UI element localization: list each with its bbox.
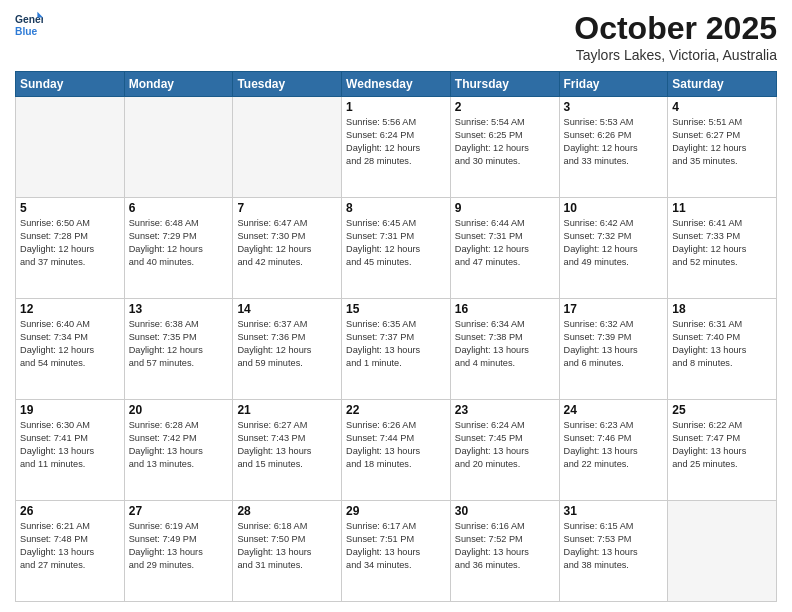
day-info: Sunrise: 6:41 AM Sunset: 7:33 PM Dayligh… [672,217,772,269]
table-row: 29Sunrise: 6:17 AM Sunset: 7:51 PM Dayli… [342,501,451,602]
table-row: 27Sunrise: 6:19 AM Sunset: 7:49 PM Dayli… [124,501,233,602]
table-row: 22Sunrise: 6:26 AM Sunset: 7:44 PM Dayli… [342,400,451,501]
day-number: 9 [455,201,555,215]
table-row: 17Sunrise: 6:32 AM Sunset: 7:39 PM Dayli… [559,299,668,400]
table-row: 4Sunrise: 5:51 AM Sunset: 6:27 PM Daylig… [668,97,777,198]
day-info: Sunrise: 6:16 AM Sunset: 7:52 PM Dayligh… [455,520,555,572]
header: General Blue October 2025 Taylors Lakes,… [15,10,777,63]
day-info: Sunrise: 6:38 AM Sunset: 7:35 PM Dayligh… [129,318,229,370]
day-info: Sunrise: 6:18 AM Sunset: 7:50 PM Dayligh… [237,520,337,572]
day-number: 2 [455,100,555,114]
day-info: Sunrise: 6:45 AM Sunset: 7:31 PM Dayligh… [346,217,446,269]
day-number: 22 [346,403,446,417]
day-info: Sunrise: 6:24 AM Sunset: 7:45 PM Dayligh… [455,419,555,471]
day-number: 20 [129,403,229,417]
location-title: Taylors Lakes, Victoria, Australia [574,47,777,63]
day-info: Sunrise: 6:17 AM Sunset: 7:51 PM Dayligh… [346,520,446,572]
day-info: Sunrise: 5:56 AM Sunset: 6:24 PM Dayligh… [346,116,446,168]
day-info: Sunrise: 6:42 AM Sunset: 7:32 PM Dayligh… [564,217,664,269]
table-row: 7Sunrise: 6:47 AM Sunset: 7:30 PM Daylig… [233,198,342,299]
day-number: 26 [20,504,120,518]
col-tuesday: Tuesday [233,72,342,97]
day-number: 8 [346,201,446,215]
table-row: 19Sunrise: 6:30 AM Sunset: 7:41 PM Dayli… [16,400,125,501]
table-row: 21Sunrise: 6:27 AM Sunset: 7:43 PM Dayli… [233,400,342,501]
table-row: 6Sunrise: 6:48 AM Sunset: 7:29 PM Daylig… [124,198,233,299]
day-number: 19 [20,403,120,417]
title-section: October 2025 Taylors Lakes, Victoria, Au… [574,10,777,63]
calendar-week-3: 12Sunrise: 6:40 AM Sunset: 7:34 PM Dayli… [16,299,777,400]
table-row: 9Sunrise: 6:44 AM Sunset: 7:31 PM Daylig… [450,198,559,299]
day-info: Sunrise: 6:37 AM Sunset: 7:36 PM Dayligh… [237,318,337,370]
table-row: 23Sunrise: 6:24 AM Sunset: 7:45 PM Dayli… [450,400,559,501]
day-info: Sunrise: 5:51 AM Sunset: 6:27 PM Dayligh… [672,116,772,168]
table-row: 1Sunrise: 5:56 AM Sunset: 6:24 PM Daylig… [342,97,451,198]
table-row: 18Sunrise: 6:31 AM Sunset: 7:40 PM Dayli… [668,299,777,400]
table-row: 5Sunrise: 6:50 AM Sunset: 7:28 PM Daylig… [16,198,125,299]
day-info: Sunrise: 6:21 AM Sunset: 7:48 PM Dayligh… [20,520,120,572]
logo-icon: General Blue [15,10,43,38]
day-info: Sunrise: 6:23 AM Sunset: 7:46 PM Dayligh… [564,419,664,471]
month-title: October 2025 [574,10,777,47]
calendar-table: Sunday Monday Tuesday Wednesday Thursday… [15,71,777,602]
day-number: 21 [237,403,337,417]
page: General Blue October 2025 Taylors Lakes,… [0,0,792,612]
table-row [233,97,342,198]
table-row: 11Sunrise: 6:41 AM Sunset: 7:33 PM Dayli… [668,198,777,299]
day-number: 27 [129,504,229,518]
day-number: 6 [129,201,229,215]
day-info: Sunrise: 6:44 AM Sunset: 7:31 PM Dayligh… [455,217,555,269]
svg-text:Blue: Blue [15,26,38,37]
day-number: 29 [346,504,446,518]
calendar-week-4: 19Sunrise: 6:30 AM Sunset: 7:41 PM Dayli… [16,400,777,501]
day-info: Sunrise: 6:31 AM Sunset: 7:40 PM Dayligh… [672,318,772,370]
day-number: 7 [237,201,337,215]
day-info: Sunrise: 5:54 AM Sunset: 6:25 PM Dayligh… [455,116,555,168]
day-info: Sunrise: 6:15 AM Sunset: 7:53 PM Dayligh… [564,520,664,572]
day-info: Sunrise: 5:53 AM Sunset: 6:26 PM Dayligh… [564,116,664,168]
day-number: 31 [564,504,664,518]
table-row: 31Sunrise: 6:15 AM Sunset: 7:53 PM Dayli… [559,501,668,602]
day-number: 16 [455,302,555,316]
day-info: Sunrise: 6:40 AM Sunset: 7:34 PM Dayligh… [20,318,120,370]
day-number: 25 [672,403,772,417]
table-row: 13Sunrise: 6:38 AM Sunset: 7:35 PM Dayli… [124,299,233,400]
day-number: 30 [455,504,555,518]
day-info: Sunrise: 6:26 AM Sunset: 7:44 PM Dayligh… [346,419,446,471]
day-info: Sunrise: 6:47 AM Sunset: 7:30 PM Dayligh… [237,217,337,269]
day-info: Sunrise: 6:22 AM Sunset: 7:47 PM Dayligh… [672,419,772,471]
day-info: Sunrise: 6:34 AM Sunset: 7:38 PM Dayligh… [455,318,555,370]
table-row: 3Sunrise: 5:53 AM Sunset: 6:26 PM Daylig… [559,97,668,198]
day-info: Sunrise: 6:48 AM Sunset: 7:29 PM Dayligh… [129,217,229,269]
day-number: 1 [346,100,446,114]
calendar-week-2: 5Sunrise: 6:50 AM Sunset: 7:28 PM Daylig… [16,198,777,299]
table-row [16,97,125,198]
day-number: 23 [455,403,555,417]
day-number: 10 [564,201,664,215]
calendar-header-row: Sunday Monday Tuesday Wednesday Thursday… [16,72,777,97]
day-number: 12 [20,302,120,316]
col-sunday: Sunday [16,72,125,97]
table-row: 20Sunrise: 6:28 AM Sunset: 7:42 PM Dayli… [124,400,233,501]
day-info: Sunrise: 6:28 AM Sunset: 7:42 PM Dayligh… [129,419,229,471]
table-row: 10Sunrise: 6:42 AM Sunset: 7:32 PM Dayli… [559,198,668,299]
table-row: 16Sunrise: 6:34 AM Sunset: 7:38 PM Dayli… [450,299,559,400]
day-number: 17 [564,302,664,316]
table-row: 8Sunrise: 6:45 AM Sunset: 7:31 PM Daylig… [342,198,451,299]
day-info: Sunrise: 6:27 AM Sunset: 7:43 PM Dayligh… [237,419,337,471]
day-info: Sunrise: 6:30 AM Sunset: 7:41 PM Dayligh… [20,419,120,471]
table-row [124,97,233,198]
logo: General Blue [15,10,43,38]
day-number: 14 [237,302,337,316]
table-row: 15Sunrise: 6:35 AM Sunset: 7:37 PM Dayli… [342,299,451,400]
day-info: Sunrise: 6:19 AM Sunset: 7:49 PM Dayligh… [129,520,229,572]
day-number: 28 [237,504,337,518]
table-row: 2Sunrise: 5:54 AM Sunset: 6:25 PM Daylig… [450,97,559,198]
col-wednesday: Wednesday [342,72,451,97]
col-monday: Monday [124,72,233,97]
table-row: 26Sunrise: 6:21 AM Sunset: 7:48 PM Dayli… [16,501,125,602]
day-number: 11 [672,201,772,215]
day-info: Sunrise: 6:50 AM Sunset: 7:28 PM Dayligh… [20,217,120,269]
day-number: 18 [672,302,772,316]
col-saturday: Saturday [668,72,777,97]
